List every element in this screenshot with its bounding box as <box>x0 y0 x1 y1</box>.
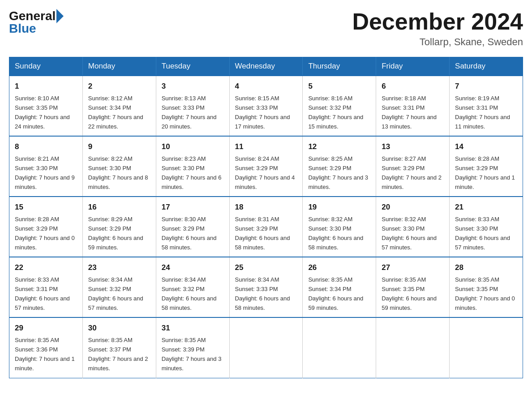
day-number: 24 <box>162 262 224 274</box>
day-number: 27 <box>382 262 444 274</box>
day-number: 18 <box>235 201 297 213</box>
col-sunday: Sunday <box>9 57 83 76</box>
table-row: 9 Sunrise: 8:22 AMSunset: 3:30 PMDayligh… <box>82 136 156 197</box>
table-row: 7 Sunrise: 8:19 AMSunset: 3:31 PMDayligh… <box>450 76 523 136</box>
day-number: 2 <box>88 81 150 92</box>
table-row: 3 Sunrise: 8:13 AMSunset: 3:33 PMDayligh… <box>156 76 229 136</box>
day-info: Sunrise: 8:34 AMSunset: 3:33 PMDaylight:… <box>235 276 290 311</box>
day-info: Sunrise: 8:24 AMSunset: 3:29 PMDaylight:… <box>235 155 295 190</box>
day-info: Sunrise: 8:18 AMSunset: 3:31 PMDaylight:… <box>382 95 437 130</box>
table-row: 23 Sunrise: 8:34 AMSunset: 3:32 PMDaylig… <box>82 257 156 317</box>
table-row <box>450 317 523 378</box>
day-info: Sunrise: 8:23 AMSunset: 3:30 PMDaylight:… <box>162 155 222 190</box>
title-block: December 2024 Tollarp, Skane, Sweden <box>352 9 523 48</box>
day-info: Sunrise: 8:29 AMSunset: 3:29 PMDaylight:… <box>88 216 143 251</box>
day-info: Sunrise: 8:35 AMSunset: 3:37 PMDaylight:… <box>88 337 148 372</box>
day-info: Sunrise: 8:35 AMSunset: 3:35 PMDaylight:… <box>455 276 515 311</box>
col-wednesday: Wednesday <box>229 57 303 76</box>
day-number: 31 <box>162 322 224 334</box>
calendar-week-row: 22 Sunrise: 8:33 AMSunset: 3:31 PMDaylig… <box>9 257 523 317</box>
day-info: Sunrise: 8:16 AMSunset: 3:32 PMDaylight:… <box>308 95 363 130</box>
table-row: 27 Sunrise: 8:35 AMSunset: 3:35 PMDaylig… <box>376 257 450 317</box>
logo: General Blue <box>9 9 64 36</box>
day-info: Sunrise: 8:34 AMSunset: 3:32 PMDaylight:… <box>88 276 143 311</box>
table-row: 19 Sunrise: 8:32 AMSunset: 3:30 PMDaylig… <box>303 197 376 257</box>
day-info: Sunrise: 8:35 AMSunset: 3:35 PMDaylight:… <box>382 276 437 311</box>
calendar-table: Sunday Monday Tuesday Wednesday Thursday… <box>9 57 523 378</box>
day-number: 12 <box>308 141 370 153</box>
day-info: Sunrise: 8:15 AMSunset: 3:33 PMDaylight:… <box>235 95 290 130</box>
day-number: 19 <box>308 201 370 213</box>
table-row: 15 Sunrise: 8:28 AMSunset: 3:29 PMDaylig… <box>9 197 83 257</box>
location-title: Tollarp, Skane, Sweden <box>352 36 523 48</box>
day-number: 6 <box>382 81 444 92</box>
col-monday: Monday <box>82 57 156 76</box>
day-number: 26 <box>308 262 370 274</box>
day-info: Sunrise: 8:35 AMSunset: 3:34 PMDaylight:… <box>308 276 363 311</box>
col-thursday: Thursday <box>303 57 376 76</box>
day-info: Sunrise: 8:28 AMSunset: 3:29 PMDaylight:… <box>15 216 75 251</box>
day-info: Sunrise: 8:19 AMSunset: 3:31 PMDaylight:… <box>455 95 510 130</box>
table-row: 14 Sunrise: 8:28 AMSunset: 3:29 PMDaylig… <box>450 136 523 197</box>
table-row: 29 Sunrise: 8:35 AMSunset: 3:36 PMDaylig… <box>9 317 83 378</box>
day-info: Sunrise: 8:13 AMSunset: 3:33 PMDaylight:… <box>162 95 217 130</box>
table-row <box>229 317 303 378</box>
day-info: Sunrise: 8:25 AMSunset: 3:29 PMDaylight:… <box>308 155 368 190</box>
day-number: 14 <box>455 141 517 153</box>
table-row: 18 Sunrise: 8:31 AMSunset: 3:29 PMDaylig… <box>229 197 303 257</box>
day-info: Sunrise: 8:30 AMSunset: 3:29 PMDaylight:… <box>162 216 217 251</box>
calendar-week-row: 15 Sunrise: 8:28 AMSunset: 3:29 PMDaylig… <box>9 197 523 257</box>
day-info: Sunrise: 8:35 AMSunset: 3:36 PMDaylight:… <box>15 337 75 372</box>
day-info: Sunrise: 8:32 AMSunset: 3:30 PMDaylight:… <box>308 216 363 251</box>
day-number: 9 <box>88 141 150 153</box>
day-number: 30 <box>88 322 150 334</box>
table-row: 5 Sunrise: 8:16 AMSunset: 3:32 PMDayligh… <box>303 76 376 136</box>
table-row: 16 Sunrise: 8:29 AMSunset: 3:29 PMDaylig… <box>82 197 156 257</box>
day-info: Sunrise: 8:32 AMSunset: 3:30 PMDaylight:… <box>382 216 437 251</box>
day-info: Sunrise: 8:21 AMSunset: 3:30 PMDaylight:… <box>15 155 75 190</box>
table-row: 22 Sunrise: 8:33 AMSunset: 3:31 PMDaylig… <box>9 257 83 317</box>
day-number: 21 <box>455 201 517 213</box>
day-number: 25 <box>235 262 297 274</box>
day-number: 16 <box>88 201 150 213</box>
day-info: Sunrise: 8:34 AMSunset: 3:32 PMDaylight:… <box>162 276 217 311</box>
calendar-week-row: 29 Sunrise: 8:35 AMSunset: 3:36 PMDaylig… <box>9 317 523 378</box>
day-info: Sunrise: 8:22 AMSunset: 3:30 PMDaylight:… <box>88 155 148 190</box>
table-row: 25 Sunrise: 8:34 AMSunset: 3:33 PMDaylig… <box>229 257 303 317</box>
table-row: 30 Sunrise: 8:35 AMSunset: 3:37 PMDaylig… <box>82 317 156 378</box>
table-row: 20 Sunrise: 8:32 AMSunset: 3:30 PMDaylig… <box>376 197 450 257</box>
col-tuesday: Tuesday <box>156 57 229 76</box>
day-number: 29 <box>15 322 77 334</box>
day-info: Sunrise: 8:27 AMSunset: 3:29 PMDaylight:… <box>382 155 442 190</box>
calendar-week-row: 1 Sunrise: 8:10 AMSunset: 3:35 PMDayligh… <box>9 76 523 136</box>
day-number: 22 <box>15 262 77 274</box>
table-row: 26 Sunrise: 8:35 AMSunset: 3:34 PMDaylig… <box>303 257 376 317</box>
day-number: 15 <box>15 201 77 213</box>
table-row: 1 Sunrise: 8:10 AMSunset: 3:35 PMDayligh… <box>9 76 83 136</box>
table-row: 8 Sunrise: 8:21 AMSunset: 3:30 PMDayligh… <box>9 136 83 197</box>
day-number: 17 <box>162 201 224 213</box>
day-number: 3 <box>162 81 224 92</box>
day-number: 23 <box>88 262 150 274</box>
table-row: 28 Sunrise: 8:35 AMSunset: 3:35 PMDaylig… <box>450 257 523 317</box>
day-number: 8 <box>15 141 77 153</box>
day-info: Sunrise: 8:31 AMSunset: 3:29 PMDaylight:… <box>235 216 290 251</box>
day-info: Sunrise: 8:33 AMSunset: 3:31 PMDaylight:… <box>15 276 70 311</box>
col-friday: Friday <box>376 57 450 76</box>
day-info: Sunrise: 8:12 AMSunset: 3:34 PMDaylight:… <box>88 95 143 130</box>
col-saturday: Saturday <box>450 57 523 76</box>
day-number: 13 <box>382 141 444 153</box>
logo-blue-text: Blue <box>9 21 36 36</box>
table-row: 17 Sunrise: 8:30 AMSunset: 3:29 PMDaylig… <box>156 197 229 257</box>
logo-arrow-icon <box>56 9 64 23</box>
table-row: 11 Sunrise: 8:24 AMSunset: 3:29 PMDaylig… <box>229 136 303 197</box>
table-row: 13 Sunrise: 8:27 AMSunset: 3:29 PMDaylig… <box>376 136 450 197</box>
table-row: 31 Sunrise: 8:35 AMSunset: 3:39 PMDaylig… <box>156 317 229 378</box>
day-number: 7 <box>455 81 517 92</box>
table-row: 2 Sunrise: 8:12 AMSunset: 3:34 PMDayligh… <box>82 76 156 136</box>
page-header: General Blue December 2024 Tollarp, Skan… <box>9 9 523 48</box>
table-row: 4 Sunrise: 8:15 AMSunset: 3:33 PMDayligh… <box>229 76 303 136</box>
table-row <box>303 317 376 378</box>
day-info: Sunrise: 8:33 AMSunset: 3:30 PMDaylight:… <box>455 216 510 251</box>
day-number: 1 <box>15 81 77 92</box>
